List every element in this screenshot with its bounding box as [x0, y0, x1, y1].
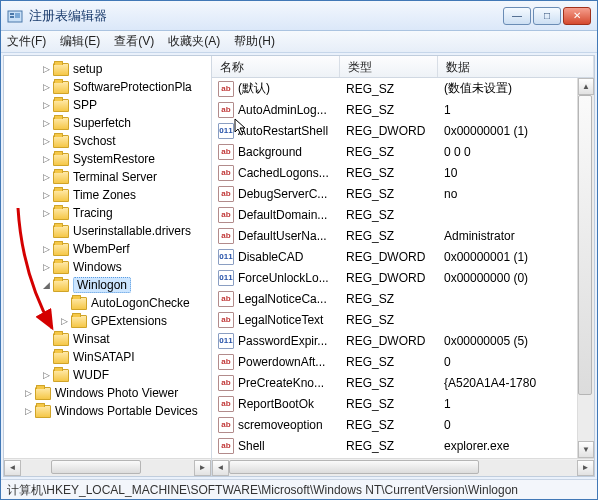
- list-row[interactable]: abPreCreateKno...REG_SZ{A520A1A4-1780: [212, 372, 594, 393]
- titlebar[interactable]: 注册表编辑器 — □ ✕: [1, 1, 597, 31]
- scroll-up-button[interactable]: ▲: [578, 78, 594, 95]
- column-header-name[interactable]: 名称: [212, 56, 340, 77]
- tree-label: Time Zones: [73, 188, 136, 202]
- scroll-thumb[interactable]: [578, 95, 592, 395]
- expander-icon[interactable]: ▷: [40, 243, 52, 255]
- close-button[interactable]: ✕: [563, 7, 591, 25]
- tree-node[interactable]: ▷Windows Portable Devices: [4, 402, 211, 420]
- cell-data: no: [438, 187, 594, 201]
- tree-node[interactable]: ▷setup: [4, 60, 211, 78]
- list-row[interactable]: abscremoveoptionREG_SZ0: [212, 414, 594, 435]
- scroll-right-button[interactable]: ►: [577, 460, 594, 476]
- scroll-thumb[interactable]: [51, 460, 141, 474]
- expander-icon[interactable]: ▷: [40, 261, 52, 273]
- list-row[interactable]: abCachedLogons...REG_SZ10: [212, 162, 594, 183]
- expander-icon[interactable]: ▷: [58, 315, 70, 327]
- list-row[interactable]: abLegalNoticeTextREG_SZ: [212, 309, 594, 330]
- tree-node[interactable]: ▷SystemRestore: [4, 150, 211, 168]
- list-row[interactable]: abDefaultDomain...REG_SZ: [212, 204, 594, 225]
- scroll-right-button[interactable]: ►: [194, 460, 211, 476]
- column-header-data[interactable]: 数据: [438, 56, 594, 77]
- value-icon: ab: [218, 354, 234, 370]
- list-row[interactable]: abPowerdownAft...REG_SZ0: [212, 351, 594, 372]
- menu-favorites[interactable]: 收藏夹(A): [168, 33, 220, 50]
- cell-name: abShell: [212, 438, 340, 454]
- list-row[interactable]: abReportBootOkREG_SZ1: [212, 393, 594, 414]
- list-row[interactable]: abDefaultUserNa...REG_SZAdministrator: [212, 225, 594, 246]
- value-name: DisableCAD: [238, 250, 303, 264]
- minimize-button[interactable]: —: [503, 7, 531, 25]
- cell-type: REG_SZ: [340, 313, 438, 327]
- tree-node[interactable]: ◢Winlogon: [4, 276, 211, 294]
- tree-node[interactable]: ▷Superfetch: [4, 114, 211, 132]
- expander-icon[interactable]: ▷: [40, 99, 52, 111]
- tree-node[interactable]: ▷GPExtensions: [4, 312, 211, 330]
- cell-type: REG_SZ: [340, 397, 438, 411]
- list-row[interactable]: 011ForceUnlockLo...REG_DWORD0x00000000 (…: [212, 267, 594, 288]
- list-row[interactable]: abBackgroundREG_SZ0 0 0: [212, 141, 594, 162]
- expander-icon[interactable]: ▷: [22, 387, 34, 399]
- expander-icon[interactable]: [40, 225, 52, 237]
- tree-node[interactable]: ▷Time Zones: [4, 186, 211, 204]
- expander-icon[interactable]: ▷: [40, 63, 52, 75]
- menu-help[interactable]: 帮助(H): [234, 33, 275, 50]
- tree-label: Windows Photo Viewer: [55, 386, 178, 400]
- expander-icon[interactable]: ◢: [40, 279, 52, 291]
- column-header-type[interactable]: 类型: [340, 56, 438, 77]
- scroll-thumb[interactable]: [229, 460, 479, 474]
- tree-node[interactable]: ▷Svchost: [4, 132, 211, 150]
- expander-icon[interactable]: ▷: [40, 369, 52, 381]
- list-body[interactable]: ab(默认)REG_SZ(数值未设置)abAutoAdminLog...REG_…: [212, 78, 594, 458]
- expander-icon[interactable]: [40, 351, 52, 363]
- scroll-left-button[interactable]: ◄: [212, 460, 229, 476]
- list-row[interactable]: ab(默认)REG_SZ(数值未设置): [212, 78, 594, 99]
- list-row[interactable]: 011PasswordExpir...REG_DWORD0x00000005 (…: [212, 330, 594, 351]
- expander-icon[interactable]: ▷: [22, 405, 34, 417]
- list-row[interactable]: abAutoAdminLog...REG_SZ1: [212, 99, 594, 120]
- expander-icon[interactable]: ▷: [40, 117, 52, 129]
- tree-node[interactable]: ▷WUDF: [4, 366, 211, 384]
- tree-node[interactable]: ▷WbemPerf: [4, 240, 211, 258]
- scroll-track[interactable]: [21, 460, 194, 476]
- tree-node[interactable]: ▷Tracing: [4, 204, 211, 222]
- svg-rect-2: [10, 16, 14, 18]
- expander-icon[interactable]: ▷: [40, 81, 52, 93]
- list-row[interactable]: abShellREG_SZexplorer.exe: [212, 435, 594, 456]
- list-row[interactable]: abLegalNoticeCa...REG_SZ: [212, 288, 594, 309]
- menu-file[interactable]: 文件(F): [7, 33, 46, 50]
- list-row[interactable]: 011DisableCADREG_DWORD0x00000001 (1): [212, 246, 594, 267]
- expander-icon[interactable]: ▷: [40, 189, 52, 201]
- scroll-track[interactable]: [229, 460, 577, 476]
- tree-node[interactable]: ▷Terminal Server: [4, 168, 211, 186]
- tree-pane[interactable]: ▷setup▷SoftwareProtectionPla▷SPP▷Superfe…: [4, 56, 212, 476]
- scroll-down-button[interactable]: ▼: [578, 441, 594, 458]
- expander-icon[interactable]: ▷: [40, 207, 52, 219]
- tree-hscrollbar[interactable]: ◄ ►: [4, 458, 211, 476]
- tree-node[interactable]: ▷SPP: [4, 96, 211, 114]
- scroll-left-button[interactable]: ◄: [4, 460, 21, 476]
- expander-icon[interactable]: [40, 333, 52, 345]
- tree-node[interactable]: WinSATAPI: [4, 348, 211, 366]
- list-row[interactable]: abDebugServerC...REG_SZno: [212, 183, 594, 204]
- tree-node[interactable]: Winsat: [4, 330, 211, 348]
- tree-node[interactable]: ▷SoftwareProtectionPla: [4, 78, 211, 96]
- cell-data: 0 0 0: [438, 145, 594, 159]
- list-vscrollbar[interactable]: ▲ ▼: [577, 78, 594, 458]
- menu-view[interactable]: 查看(V): [114, 33, 154, 50]
- expander-icon[interactable]: ▷: [40, 171, 52, 183]
- tree-node[interactable]: AutoLogonChecke: [4, 294, 211, 312]
- tree-node[interactable]: ▷Windows: [4, 258, 211, 276]
- tree-node[interactable]: ▷Windows Photo Viewer: [4, 384, 211, 402]
- maximize-button[interactable]: □: [533, 7, 561, 25]
- expander-icon[interactable]: [58, 297, 70, 309]
- tree-node[interactable]: Userinstallable.drivers: [4, 222, 211, 240]
- list-pane[interactable]: 名称 类型 数据 ab(默认)REG_SZ(数值未设置)abAutoAdminL…: [212, 56, 594, 476]
- expander-icon[interactable]: ▷: [40, 135, 52, 147]
- list-hscrollbar[interactable]: ◄ ►: [212, 458, 594, 476]
- tree-view[interactable]: ▷setup▷SoftwareProtectionPla▷SPP▷Superfe…: [4, 56, 211, 458]
- scroll-track[interactable]: [578, 95, 594, 441]
- list-row[interactable]: 011AutoRestartShellREG_DWORD0x00000001 (…: [212, 120, 594, 141]
- value-icon: ab: [218, 417, 234, 433]
- expander-icon[interactable]: ▷: [40, 153, 52, 165]
- menu-edit[interactable]: 编辑(E): [60, 33, 100, 50]
